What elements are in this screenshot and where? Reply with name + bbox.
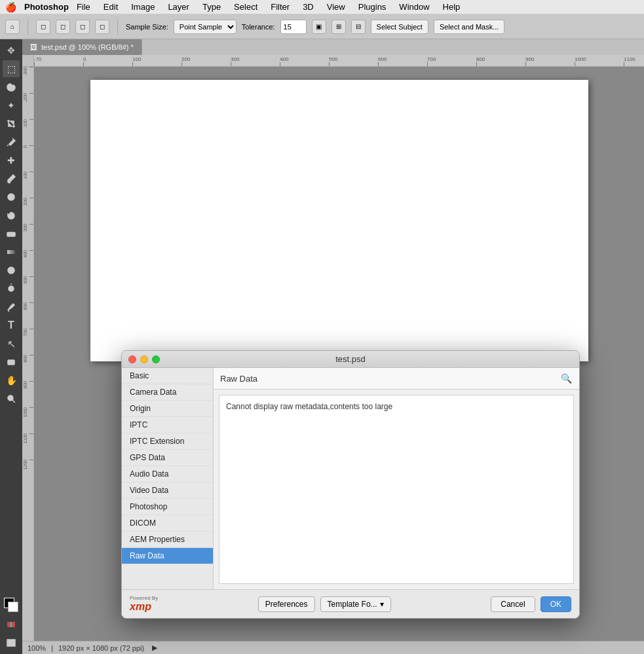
dialog-footer-right: Cancel OK	[491, 596, 571, 612]
tool-lasso[interactable]	[3, 79, 20, 96]
nav-iptc[interactable]: IPTC	[122, 417, 213, 433]
tool-path-select[interactable]: ↖	[3, 335, 20, 352]
toolbar: ⌂ ◻ ◻ ◻ ◻ Sample Size: Point Sample Tole…	[0, 14, 644, 39]
new-doc-icon[interactable]: ◻	[36, 20, 50, 34]
nav-iptc-extension[interactable]: IPTC Extension	[122, 433, 213, 450]
tool-marquee[interactable]: ⬚	[3, 60, 20, 77]
svg-point-0	[9, 181, 10, 183]
tool-pen[interactable]	[3, 299, 20, 316]
tool-text[interactable]: T	[3, 317, 20, 334]
doc-tab-icon: 🖼	[30, 43, 37, 51]
dialog-maximize-button[interactable]	[152, 355, 160, 363]
apple-menu[interactable]: 🍎	[5, 2, 16, 12]
status-bar: 100% | 1920 px × 1080 px (72 ppi) ▶	[22, 641, 644, 654]
tool-shape[interactable]	[3, 354, 20, 371]
menu-plugins[interactable]: Plugins	[353, 2, 392, 12]
menu-help[interactable]: Help	[438, 2, 466, 12]
dialog-minimize-button[interactable]	[140, 355, 148, 363]
tool-move[interactable]: ✥	[3, 42, 20, 59]
main-area: ✥ ⬚ ✦ ✚	[0, 39, 644, 654]
nav-photoshop[interactable]: Photoshop	[122, 499, 213, 515]
nav-video-data[interactable]: Video Data	[122, 482, 213, 499]
contiguous-icon[interactable]: ⊞	[331, 20, 346, 34]
tool-history[interactable]	[3, 207, 20, 224]
dialog-footer-center: Preferences Template Fo... ▾	[258, 596, 391, 612]
foreground-background-colors[interactable]	[4, 598, 18, 612]
sample-size-select[interactable]: Point Sample	[174, 20, 237, 34]
tool-quick-mask[interactable]	[3, 616, 20, 633]
tool-dodge[interactable]	[3, 280, 20, 297]
preferences-button[interactable]: Preferences	[258, 596, 315, 612]
tool-screen-mode[interactable]	[3, 634, 20, 651]
menu-image[interactable]: Image	[126, 2, 160, 12]
xmp-text: xmp	[130, 601, 151, 613]
app-name: Photoshop	[24, 2, 69, 12]
dialog-content-header: Raw Data 🔍	[214, 368, 579, 390]
svg-rect-16	[7, 640, 15, 646]
tool-crop[interactable]	[3, 115, 20, 132]
dialog-search-icon[interactable]: 🔍	[559, 372, 573, 385]
doc-tab-label: test.psd @ 100% (RGB/8#) *	[41, 43, 134, 51]
dialog-content-message: Cannot display raw metadata,contents too…	[226, 402, 392, 411]
svg-point-7	[10, 269, 12, 272]
svg-rect-15	[10, 622, 12, 627]
ok-button[interactable]: OK	[540, 596, 571, 612]
tool-eraser[interactable]	[3, 225, 20, 242]
nav-gps-data[interactable]: GPS Data	[122, 450, 213, 466]
doc-tab-bar: 🖼 test.psd @ 100% (RGB/8#) *	[22, 39, 644, 55]
tool-blur[interactable]	[3, 262, 20, 279]
template-chevron-icon: ▾	[380, 600, 384, 609]
tool-healing[interactable]: ✚	[3, 152, 20, 169]
toolbar-divider-1	[28, 19, 28, 35]
menu-type[interactable]: Type	[197, 2, 226, 12]
vertical-ruler: -300-200-1000100200300400500600700800900…	[22, 67, 34, 641]
dialog-footer: Powered By xmp Preferences Template Fo..…	[122, 589, 579, 618]
nav-dicom[interactable]: DICOM	[122, 515, 213, 532]
nav-raw-data[interactable]: Raw Data	[122, 548, 213, 564]
toolbar-divider-2	[117, 19, 118, 35]
nav-audio-data[interactable]: Audio Data	[122, 466, 213, 482]
dialog-close-button[interactable]	[128, 355, 136, 363]
menu-view[interactable]: View	[322, 2, 350, 12]
tool-magic-wand[interactable]: ✦	[3, 97, 20, 114]
doc-tab[interactable]: 🖼 test.psd @ 100% (RGB/8#) *	[22, 39, 142, 55]
tool-clone[interactable]	[3, 189, 20, 206]
template-label: Template Fo...	[328, 600, 377, 609]
template-button[interactable]: Template Fo... ▾	[320, 596, 391, 612]
svg-line-13	[12, 400, 15, 403]
tool-options-icon[interactable]: ⌂	[5, 20, 20, 34]
menu-select[interactable]: Select	[229, 2, 263, 12]
tool-eyedropper[interactable]	[3, 134, 20, 151]
select-subject-button[interactable]: Select Subject	[371, 20, 428, 34]
metadata-dialog[interactable]: test.psd Basic Camera Data Origin IPTC I…	[121, 350, 580, 619]
menu-edit[interactable]: Edit	[98, 2, 123, 12]
tool-hand[interactable]: ✋	[3, 372, 20, 389]
menu-file[interactable]: File	[71, 2, 96, 12]
more-doc-icon[interactable]: ◻	[95, 20, 109, 34]
tolerance-input[interactable]	[280, 20, 307, 34]
menu-filter[interactable]: Filter	[265, 2, 295, 12]
cancel-button[interactable]: Cancel	[491, 596, 535, 612]
menu-3d[interactable]: 3D	[297, 2, 319, 12]
open-doc-icon[interactable]: ◻	[56, 20, 70, 34]
tool-gradient[interactable]	[3, 244, 20, 261]
menu-layer[interactable]: Layer	[162, 2, 195, 12]
nav-aem-properties[interactable]: AEM Properties	[122, 532, 213, 548]
nav-basic[interactable]: Basic	[122, 368, 213, 384]
canvas-document	[90, 80, 588, 361]
tool-brush[interactable]	[3, 170, 20, 187]
svg-rect-5	[7, 250, 15, 254]
nav-camera-data[interactable]: Camera Data	[122, 384, 213, 401]
nav-origin[interactable]: Origin	[122, 401, 213, 417]
select-mask-button[interactable]: Select and Mask...	[434, 20, 505, 34]
horizontal-ruler: -700100200300400500600700800900100011001…	[22, 55, 644, 67]
status-arrow[interactable]: ▶	[152, 644, 157, 652]
menu-window[interactable]: Window	[394, 2, 434, 12]
anti-alias-icon[interactable]: ▣	[312, 20, 326, 34]
powered-by-label: Powered By	[130, 595, 158, 601]
sample-all-icon[interactable]: ⊟	[351, 20, 366, 34]
tool-zoom[interactable]	[3, 390, 20, 407]
ruler-corner	[22, 55, 34, 67]
tool-panel: ✥ ⬚ ✦ ✚	[0, 39, 22, 654]
save-doc-icon[interactable]: ◻	[75, 20, 90, 34]
